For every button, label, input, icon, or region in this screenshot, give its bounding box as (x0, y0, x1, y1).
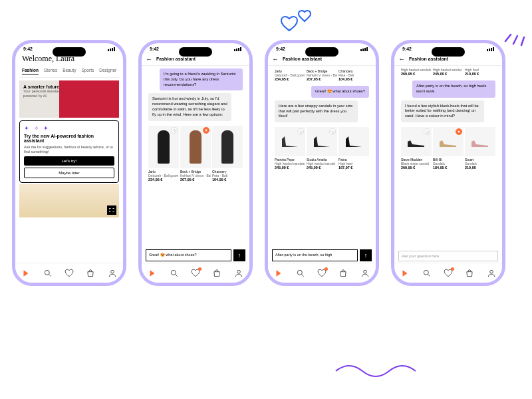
chat-input-row: After-party is on the beach, so high ↑ (272, 249, 372, 261)
product-card[interactable]: High heeled sandal245,00 € (433, 68, 464, 76)
product-card[interactable]: FainaHigh heel167,97 € (338, 127, 369, 170)
product-carousel-top[interactable]: High heeled sandals269,95 € High heeled … (398, 68, 498, 76)
sparkle-icon: ✦ ✧ ✦ (24, 125, 114, 132)
product-card[interactable]: StuartSandals210,00 (465, 127, 495, 170)
product-card[interactable]: ChanceryPeta - Ball104,95 € (212, 126, 243, 182)
popup-subtitle: Ask me for suggestions, fashion or beaut… (24, 145, 114, 154)
product-carousel[interactable]: ♡Patrizia PepeHigh heeled sandals245,00 … (275, 127, 369, 170)
product-carousel-top[interactable]: JarloDeborah - Ball gown234,95 € Beck + … (272, 68, 372, 81)
status-signal-icon (108, 47, 115, 51)
account-icon[interactable] (360, 269, 370, 278)
tab-stories[interactable]: Stories (44, 68, 57, 74)
user-message: Great! 😍 what about shoes? (311, 86, 369, 98)
phone-home: 9:42 Welcome, Laura Fashion Stories Beau… (12, 40, 126, 286)
wishlist-icon[interactable] (317, 269, 327, 278)
search-icon[interactable] (422, 269, 432, 278)
tab-sports[interactable]: Sports (81, 68, 94, 74)
chat-title: Fashion assistant (283, 57, 322, 61)
account-icon[interactable] (487, 269, 496, 278)
product-carousel[interactable]: ♡JarloDeborah - Ball gown234,95 € ♥Beck … (148, 126, 243, 182)
svg-point-2 (171, 270, 176, 275)
shoe-icon (406, 135, 427, 148)
tab-designer[interactable]: Designer (99, 68, 116, 74)
search-icon[interactable] (43, 269, 53, 278)
svg-point-0 (45, 270, 49, 275)
favorite-icon[interactable]: ♥ (456, 128, 462, 135)
product-price: 167,97 € (338, 166, 369, 170)
wishlist-icon[interactable] (191, 269, 200, 278)
product-price: 245,00 € (307, 166, 337, 170)
shoe-icon (343, 134, 364, 150)
crop-icon[interactable]: ⛶ (107, 205, 116, 215)
phone-chat-dresses: 9:42 ← Fashion assistant I'm going to a … (138, 40, 253, 286)
back-icon[interactable]: ← (146, 55, 152, 63)
home-icon[interactable] (274, 269, 283, 278)
svg-point-7 (489, 270, 493, 273)
product-card[interactable]: ♡JarloDeborah - Ball gown234,95 € (148, 126, 179, 182)
notification-dot (451, 267, 454, 271)
maybe-later-button[interactable]: Maybe later (24, 168, 114, 178)
account-icon[interactable] (108, 269, 117, 278)
favorite-icon[interactable]: ♥ (203, 127, 209, 134)
product-price: 269,95 € (401, 166, 432, 170)
home-icon[interactable] (400, 269, 410, 278)
product-card[interactable]: Beck + BridgeKehlani V dress - Ball207,9… (307, 68, 337, 81)
favorite-icon[interactable]: ♡ (171, 127, 178, 134)
product-card[interactable]: ♡Steve MaddenBlack stripe sandal269,95 € (401, 127, 432, 170)
tab-beauty[interactable]: Beauty (63, 68, 76, 74)
chat-input[interactable]: After-party is on the beach, so high (272, 249, 358, 261)
product-card[interactable]: High heel210,00 € (465, 68, 495, 76)
chat-input-row: Ask your question here (398, 251, 498, 261)
favorite-icon[interactable]: ♡ (424, 128, 430, 135)
product-price: 269,95 € (401, 72, 432, 76)
product-price: 245,00 € (275, 166, 305, 170)
shoe-icon (279, 134, 301, 150)
bag-icon[interactable] (212, 269, 221, 278)
home-icon[interactable] (21, 269, 31, 278)
product-card[interactable]: JarloDeborah - Ball gown234,95 € (275, 68, 305, 81)
svg-point-4 (297, 270, 302, 275)
account-icon[interactable] (234, 269, 243, 278)
bottom-nav (142, 263, 249, 283)
shoe-icon (311, 134, 332, 150)
product-card[interactable]: ♥Beck + BridgeKehlani V dress - Ball207,… (180, 126, 211, 182)
send-button[interactable]: ↑ (233, 249, 245, 261)
favorite-icon[interactable]: ♡ (297, 128, 304, 135)
product-carousel[interactable]: ♡Steve MaddenBlack stripe sandal269,95 €… (401, 127, 495, 170)
bottom-nav (15, 263, 123, 283)
product-name: Deborah - Ball gown (148, 174, 179, 178)
tab-fashion[interactable]: Fashion (22, 68, 39, 74)
search-icon[interactable] (296, 269, 305, 278)
product-price: 210,00 € (465, 72, 495, 76)
product-card[interactable]: ♡Patrizia PepeHigh heeled sandals245,00 … (275, 127, 305, 170)
chat-input[interactable]: Great! 😍 what about shoes? (146, 249, 231, 261)
back-icon[interactable]: ← (398, 55, 405, 63)
chat-input[interactable]: Ask your question here (398, 251, 498, 261)
product-image-bottles: ⛶ (19, 184, 119, 217)
lets-try-button[interactable]: Let's try! (24, 156, 114, 166)
product-card[interactable]: ChanceryPeta - Ball104,95 € (338, 68, 369, 81)
bottom-nav (394, 263, 502, 283)
product-card[interactable]: High heeled sandals269,95 € (401, 68, 432, 76)
back-icon[interactable]: ← (272, 55, 279, 63)
favorite-icon[interactable]: ♡ (329, 128, 336, 135)
shoe-icon (469, 135, 491, 148)
chat-input-row: Great! 😍 what about shoes? ↑ (146, 249, 245, 261)
bag-icon[interactable] (86, 269, 95, 278)
product-price: 245,00 € (433, 72, 464, 76)
product-card[interactable]: ♥Billi BiSandals184,95 € (433, 127, 464, 170)
search-icon[interactable] (170, 269, 179, 278)
send-button[interactable]: ↑ (360, 249, 372, 261)
ai-assistant-popup: ✦ ✧ ✦ Try the new AI-powered fashion ass… (19, 120, 119, 183)
hero-banner[interactable]: A smarter future Your personal assistant… (19, 80, 119, 118)
squiggle-decoration (332, 358, 419, 384)
bag-icon[interactable] (465, 269, 474, 278)
wishlist-icon[interactable] (65, 269, 74, 278)
notification-dot (325, 267, 328, 271)
product-card[interactable]: ♡Studio AmeliaHigh heeled sandal245,00 € (307, 127, 337, 170)
product-price: 207,95 € (307, 77, 337, 81)
home-icon[interactable] (148, 269, 157, 278)
wishlist-icon[interactable] (444, 269, 453, 278)
svg-point-5 (363, 270, 366, 273)
bag-icon[interactable] (338, 269, 348, 278)
